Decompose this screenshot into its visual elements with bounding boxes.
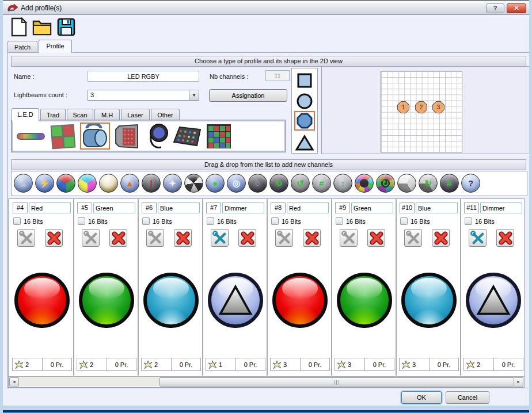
- rgb-matrix-fixture[interactable]: [204, 123, 234, 150]
- help-button[interactable]: ?: [486, 3, 504, 13]
- title-bar[interactable]: Add profile(s) ? ✕: [0, 0, 532, 15]
- preset-count-cell[interactable]: 2: [141, 358, 171, 371]
- prism-channel-icon[interactable]: [397, 174, 416, 193]
- pr-count-cell[interactable]: 0 Pr.: [300, 358, 330, 371]
- channel-delete-button[interactable]: [45, 229, 63, 247]
- channel-name-input[interactable]: [480, 202, 522, 213]
- new-profile-button[interactable]: [9, 17, 29, 38]
- effect-index-channel-icon[interactable]: #: [440, 174, 459, 193]
- checkbox-16bits[interactable]: [207, 217, 214, 225]
- name-input[interactable]: [88, 71, 199, 82]
- channel-orb[interactable]: [337, 273, 392, 328]
- channel-orb[interactable]: [272, 273, 328, 328]
- fixture-tab-scan[interactable]: Scan: [67, 109, 93, 121]
- gobo-wheel-rotation-channel-icon[interactable]: ↻: [269, 174, 288, 193]
- channel-16bits-option[interactable]: 16 Bits: [142, 217, 172, 225]
- channel-settings-button[interactable]: [469, 229, 487, 247]
- assignation-button[interactable]: Assignation: [209, 89, 287, 102]
- preset-count-cell[interactable]: 2: [463, 358, 493, 371]
- channel-name-input[interactable]: [29, 202, 71, 213]
- chevron-down-icon[interactable]: ▼: [189, 90, 199, 100]
- shape-square[interactable]: [294, 71, 315, 90]
- preset-count-cell[interactable]: 2: [77, 358, 107, 371]
- channel-name-input[interactable]: [416, 202, 458, 213]
- channel-settings-button[interactable]: [340, 229, 358, 247]
- channel-16bits-option[interactable]: 16 Bits: [207, 217, 237, 225]
- channel-name-input[interactable]: [93, 202, 135, 213]
- channel-orb[interactable]: [79, 273, 134, 328]
- channel-orb[interactable]: [143, 273, 199, 328]
- pr-count-cell[interactable]: 0 Pr.: [42, 358, 72, 371]
- speed-channel-icon[interactable]: |: [142, 174, 161, 193]
- channel-settings-button[interactable]: [146, 229, 164, 247]
- preset-count-cell[interactable]: 2: [12, 358, 42, 371]
- channel-16bits-option[interactable]: 16 Bits: [336, 217, 366, 225]
- checkbox-16bits[interactable]: [78, 217, 85, 225]
- channel-16bits-option[interactable]: 16 Bits: [13, 217, 43, 225]
- channel-name-input[interactable]: [158, 202, 200, 213]
- beam-marker-2[interactable]: 2: [415, 101, 427, 113]
- tab-profile[interactable]: Profile: [39, 40, 72, 53]
- focus-channel-icon[interactable]: ●: [206, 174, 225, 193]
- pr-count-cell[interactable]: 0 Pr.: [364, 358, 394, 371]
- pr-count-cell[interactable]: 0 Pr.: [107, 358, 136, 371]
- cancel-button[interactable]: Cancel: [446, 391, 489, 404]
- scroll-right-arrow[interactable]: ►: [514, 377, 523, 387]
- led-bar-fixture[interactable]: [16, 123, 46, 150]
- beam-marker-1[interactable]: 1: [397, 101, 409, 113]
- scrollbar-thumb[interactable]: [159, 377, 514, 387]
- fixture-tab-other[interactable]: Other: [151, 109, 180, 121]
- channel-settings-button[interactable]: [82, 229, 100, 247]
- channel-settings-button[interactable]: [404, 229, 422, 247]
- fixture-tab-mh[interactable]: M.H: [94, 109, 120, 121]
- fixture-tab-trad[interactable]: Trad: [40, 109, 66, 121]
- channel-orb[interactable]: [14, 273, 70, 328]
- preset-count-cell[interactable]: 3: [270, 358, 300, 371]
- led-matrix-fixture[interactable]: [173, 123, 203, 150]
- dimmer-channel-icon[interactable]: ▲: [14, 174, 33, 193]
- pr-count-cell[interactable]: 0 Pr.: [493, 358, 523, 371]
- gobo-wheel-channel-icon[interactable]: ◌: [248, 174, 267, 193]
- channel-settings-button[interactable]: [17, 229, 35, 247]
- wheel-scroll-channel-icon[interactable]: ↕: [333, 174, 352, 193]
- fixture-tab-led[interactable]: L.E.D: [12, 108, 39, 121]
- channel-delete-button[interactable]: [303, 229, 321, 247]
- checkbox-16bits[interactable]: [13, 217, 21, 225]
- strobe-channel-icon[interactable]: ⚡: [35, 174, 54, 193]
- preset-count-cell[interactable]: 3: [399, 358, 429, 371]
- led-par-fixture[interactable]: [144, 123, 174, 150]
- channel-delete-button[interactable]: [496, 229, 514, 247]
- channel-orb[interactable]: [208, 273, 263, 328]
- channel-settings-button[interactable]: [275, 229, 293, 247]
- zoom-channel-icon[interactable]: ◎: [227, 174, 246, 193]
- scroll-left-arrow[interactable]: ◄: [9, 377, 19, 387]
- cmy-color-channel-icon[interactable]: [78, 174, 97, 193]
- preset-count-cell[interactable]: 3: [335, 358, 364, 371]
- unknown-channel-icon[interactable]: ?: [461, 174, 480, 193]
- fixture-tab-laser[interactable]: Laser: [121, 109, 150, 121]
- checkbox-16bits[interactable]: [271, 217, 279, 225]
- rgb-color-channel-icon[interactable]: [56, 174, 75, 193]
- color-wheel-rotation-channel-icon[interactable]: ↻: [376, 174, 395, 193]
- channel-16bits-option[interactable]: 16 Bits: [465, 217, 495, 225]
- channel-orb[interactable]: [401, 273, 457, 328]
- channel-name-input[interactable]: [287, 202, 329, 213]
- lightbeams-count-select[interactable]: 3 ▼: [88, 90, 199, 101]
- channel-name-input[interactable]: [351, 202, 393, 213]
- ok-button[interactable]: OK: [401, 391, 442, 404]
- pr-count-cell[interactable]: 0 Pr.: [429, 358, 459, 371]
- color-wheel-dots-channel-icon[interactable]: [355, 174, 374, 193]
- color-wheel-channel-icon[interactable]: [99, 174, 118, 193]
- shape-triangle[interactable]: [294, 133, 315, 152]
- channel-name-input[interactable]: [222, 202, 264, 213]
- checkbox-16bits[interactable]: [465, 217, 472, 225]
- channel-16bits-option[interactable]: 16 Bits: [78, 217, 108, 225]
- led-wash-fixture[interactable]: [111, 123, 140, 150]
- led-can-fixture-selected[interactable]: [80, 123, 110, 150]
- channel-settings-button[interactable]: [211, 229, 229, 247]
- shape-circle[interactable]: [294, 91, 315, 111]
- shape-octagon-selected[interactable]: [294, 111, 315, 131]
- preset-count-cell[interactable]: 1: [206, 358, 235, 371]
- horizontal-scrollbar[interactable]: ◄ ►: [9, 376, 524, 387]
- channel-delete-button[interactable]: [238, 229, 256, 247]
